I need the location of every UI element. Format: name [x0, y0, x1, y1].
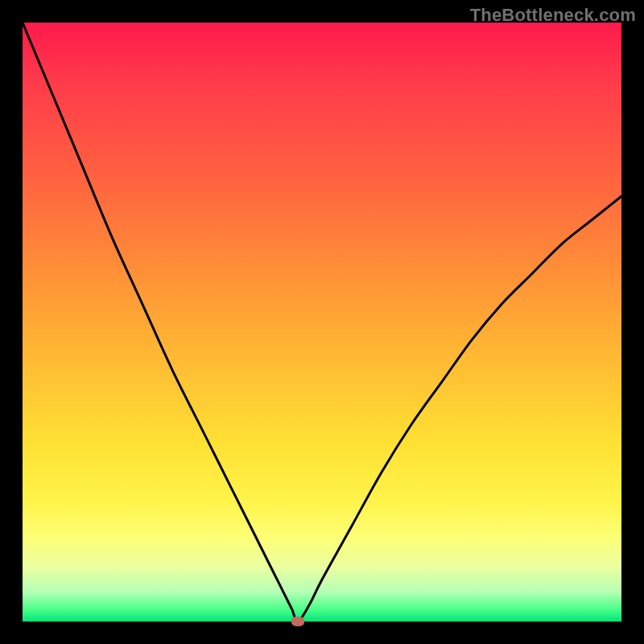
chart-plot-area [23, 23, 621, 621]
chart-frame: TheBottleneck.com [0, 0, 644, 644]
bottleneck-curve [23, 23, 621, 621]
optimal-point-marker [291, 617, 304, 626]
watermark-text: TheBottleneck.com [470, 5, 636, 26]
